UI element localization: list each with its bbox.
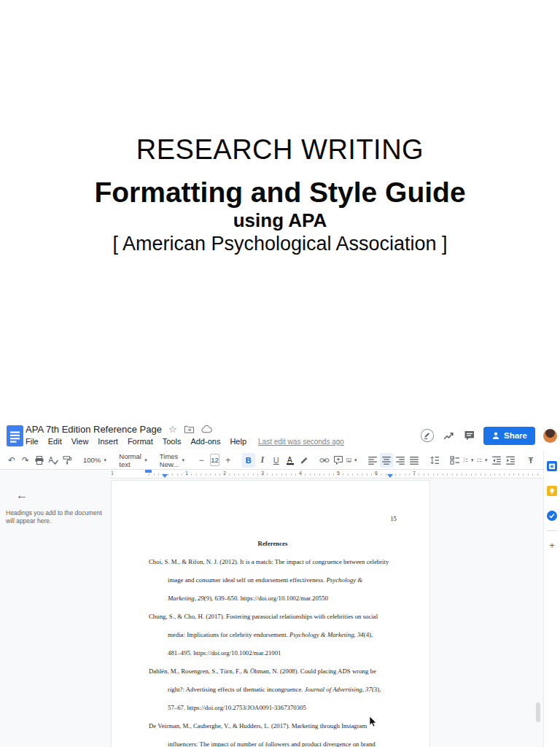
undo-icon[interactable]: ↶ [5,453,18,468]
right-indent-marker[interactable] [387,474,393,478]
italic-icon[interactable]: I [256,453,269,468]
reference-line: media: Implications for celebrity endors… [168,626,397,644]
paint-format-icon[interactable] [61,453,74,468]
calendar-icon[interactable] [547,461,557,471]
menu-file[interactable]: File [26,437,39,446]
reference-entry: De Veirman, M., Cauberghe, V., & Hudders… [149,717,397,747]
zoom-select[interactable]: 100%▼ [81,453,109,468]
underline-icon[interactable]: U [270,453,283,468]
comments-icon[interactable] [463,430,475,442]
menu-tools[interactable]: Tools [163,437,182,446]
tasks-icon[interactable] [547,511,557,521]
align-center-icon[interactable] [380,453,393,468]
ruler-number: 1 [111,471,114,476]
slide-subtitle: Formatting and Style Guide [0,178,560,207]
google-docs-window: APA 7th Edition Reference Page ☆ FileEdi… [0,422,560,747]
reference-line: influencers: The impact of number of fol… [168,735,397,747]
slide-title: RESEARCH WRITING [0,133,560,166]
insert-link-icon[interactable] [318,453,331,468]
document-outline-pane: ← Headings you add to the document will … [0,470,109,747]
decrease-font-size-icon[interactable]: − [195,453,208,468]
side-panel-divider [547,530,557,531]
menu-insert[interactable]: Insert [98,437,118,446]
add-comment-icon[interactable] [332,453,345,468]
page-number: 15 [149,510,397,528]
first-line-indent-marker[interactable] [145,470,152,473]
decrease-indent-icon[interactable] [490,453,503,468]
ruler-number: 3 [261,471,264,476]
side-panel-rail: + [543,451,560,747]
ruler-number: 6 [375,471,378,476]
horizontal-ruler[interactable]: 11234567 [109,470,543,479]
reference-line: image and consumer ideal self on endorse… [168,571,397,589]
align-left-icon[interactable] [366,453,379,468]
reference-line: Dahlén, M., Rosengren, S., Törn, F., & Ö… [149,662,397,681]
checklist-icon[interactable] [448,453,462,468]
font-size-value[interactable]: 12 [210,454,219,466]
menu-bar: FileEditViewInsertFormatToolsAdd-onsHelp [26,437,246,446]
last-edit-link[interactable]: Last edit was seconds ago [258,438,344,446]
align-justify-icon[interactable] [408,453,421,468]
reference-line: 481–495. https://doi.org/10.1002/mar.210… [168,644,397,662]
document-status-cloud-icon[interactable] [201,424,212,435]
numbered-list-icon[interactable]: 12▼ [462,453,475,468]
slide-title-block: RESEARCH WRITING Formatting and Style Gu… [0,133,560,255]
text-color-icon[interactable]: A [284,453,297,468]
star-icon[interactable]: ☆ [168,425,177,435]
references-heading: References [149,535,397,553]
ruler-number: 2 [223,471,226,476]
share-button[interactable]: Share [483,427,535,445]
redo-icon[interactable]: ↷ [19,453,32,468]
ruler-number: 7 [413,471,416,476]
toolbar: ↶↷A100%▼Normal text▼Times New...▼−12+BIU… [0,451,543,470]
ruler-number: 4 [299,471,302,476]
document-page[interactable]: 15 References Choi, S. M., & Rifon, N. J… [111,480,430,747]
font-select[interactable]: Times New...▼ [158,453,187,468]
insert-image-icon[interactable]: ▼ [346,453,359,468]
left-indent-marker[interactable] [162,474,168,478]
reference-line: Choi, S. M., & Rifon, N. J. (2012). It i… [149,553,397,571]
document-title[interactable]: APA 7th Edition Reference Page [26,424,162,435]
move-folder-icon[interactable] [184,424,195,435]
editing-history-icon[interactable] [420,428,435,443]
user-avatar[interactable] [543,429,557,443]
bold-icon[interactable]: B [242,453,255,468]
svg-text:2: 2 [463,460,464,462]
reference-line: De Veirman, M., Cauberghe, V., & Hudders… [149,717,397,735]
print-icon[interactable] [33,453,46,468]
menu-view[interactable]: View [71,437,89,446]
share-person-icon [491,431,500,440]
document-canvas: 11234567 15 References Choi, S. M., & Ri… [109,470,543,747]
keep-icon[interactable] [547,486,557,496]
bulleted-list-icon[interactable]: ▼ [476,453,489,468]
align-right-icon[interactable] [394,453,407,468]
docs-logo-icon[interactable] [7,425,23,449]
ruler-number: 1 [185,471,188,476]
vertical-scrollbar[interactable] [536,703,540,722]
reference-line: Marketing, 29(9), 639–650. https://doi.o… [168,589,397,608]
clear-formatting-icon[interactable]: Ŧ [524,453,537,468]
references-list: Choi, S. M., & Rifon, N. J. (2012). It i… [149,553,397,747]
slide-subtitle3: [ American Psychological Association ] [0,233,560,255]
line-spacing-icon[interactable] [428,453,441,468]
get-add-ons-button[interactable]: + [544,540,560,551]
increase-indent-icon[interactable] [504,453,517,468]
ruler-number: 5 [337,471,340,476]
increase-font-size-icon[interactable]: + [222,453,235,468]
mouse-cursor [369,716,378,731]
menu-edit[interactable]: Edit [48,437,62,446]
reference-entry: Choi, S. M., & Rifon, N. J. (2012). It i… [149,553,397,608]
reference-line: right?: Advertising effects of thematic … [168,681,397,699]
styles-select[interactable]: Normal text▼ [117,453,150,468]
spellcheck-icon[interactable]: A [47,453,60,468]
docs-header: APA 7th Edition Reference Page ☆ FileEdi… [0,422,560,451]
reference-entry: Dahlén, M., Rosengren, S., Törn, F., & Ö… [149,662,397,717]
svg-text:A: A [49,456,54,464]
activity-icon[interactable] [443,430,455,442]
close-outline-icon[interactable]: ← [16,489,28,502]
menu-format[interactable]: Format [128,437,153,446]
highlight-color-icon[interactable] [298,453,311,468]
menu-addons[interactable]: Add-ons [190,437,220,446]
reference-entry: Chung, S., & Cho, H. (2017). Fostering p… [149,608,397,662]
menu-help[interactable]: Help [230,437,246,446]
